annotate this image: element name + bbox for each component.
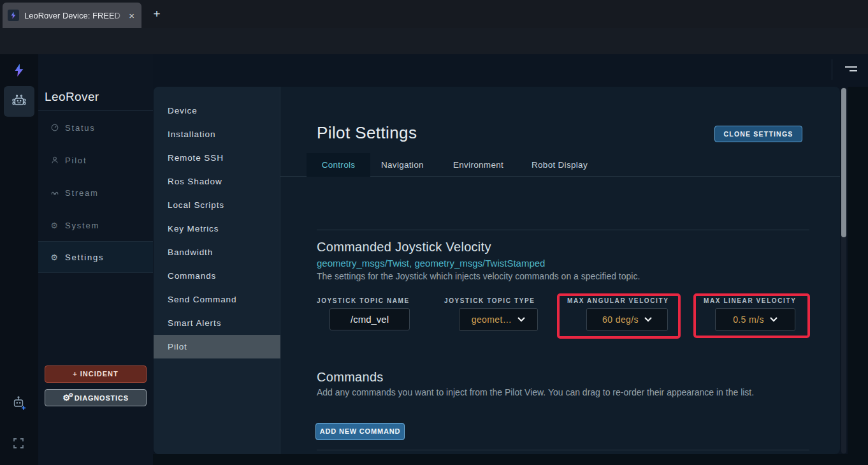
main-area: Pilot Settings CLONE SETTINGS Controls N… [280, 87, 840, 454]
chevron-down-icon [517, 317, 525, 322]
incident-button[interactable]: + INCIDENT [45, 365, 147, 383]
sidebar-item-label: Pilot [65, 156, 87, 165]
tab-robot-display[interactable]: Robot Display [532, 153, 588, 177]
joystick-topic-name-label: JOYSTICK TOPIC NAME [317, 297, 410, 304]
device-rover-button[interactable] [4, 86, 34, 117]
tab-favicon-bolt-icon [8, 10, 19, 21]
sidebar-item-stream[interactable]: Stream [38, 185, 153, 200]
chevron-down-icon [644, 317, 652, 322]
settings-nav-bandwidth[interactable]: Bandwidth [154, 240, 280, 264]
brand-bolt-icon[interactable] [12, 63, 26, 77]
sidebar-item-pilot[interactable]: Pilot [38, 152, 153, 168]
joystick-topic-name-input[interactable] [329, 308, 410, 330]
divider [38, 110, 153, 111]
sidebar-item-status[interactable]: Status [38, 120, 153, 135]
scrollbar-thumb[interactable] [841, 88, 846, 237]
person-icon [50, 156, 60, 165]
joystick-topic-type-label: JOYSTICK TOPIC TYPE [444, 297, 535, 304]
settings-nav-installation[interactable]: Installation [154, 122, 280, 146]
max-linear-velocity-select[interactable]: 0.5 m/s [715, 308, 795, 331]
gear-icon: ⚙ [50, 221, 60, 230]
sort-icon[interactable] [845, 66, 858, 73]
divider [317, 450, 809, 450]
content-panel: Device Installation Remote SSH Ros Shado… [154, 87, 840, 454]
commands-section-title: Commands [317, 370, 384, 385]
sidebar-item-settings[interactable]: ⚙ Settings [38, 241, 153, 273]
settings-nav-ros-shadow[interactable]: Ros Shadow [154, 170, 280, 193]
tab-close-icon[interactable]: × [127, 10, 136, 21]
sidebar-item-label: Stream [65, 188, 99, 198]
settings-nav-device[interactable]: Device [154, 99, 280, 122]
scrollbar-track[interactable] [841, 87, 846, 454]
settings-nav-key-metrics[interactable]: Key Metrics [154, 217, 280, 240]
sidebar-item-label: Status [65, 123, 96, 133]
tab-environment[interactable]: Environment [453, 153, 503, 177]
settings-nav: Device Installation Remote SSH Ros Shado… [154, 87, 280, 454]
divider [317, 230, 809, 230]
browser-tab[interactable]: LeoRover Device: FREED × [3, 3, 141, 28]
commands-description: Add any commands you want to inject from… [317, 387, 812, 399]
tab-navigation[interactable]: Navigation [381, 153, 424, 177]
add-new-command-button[interactable]: ADD NEW COMMAND [315, 423, 405, 440]
device-panel: LeoRover Status Pilot Stream ⚙ System ⚙ [38, 54, 153, 465]
settings-nav-send-command[interactable]: Send Command [154, 288, 280, 311]
fullscreen-icon[interactable] [12, 437, 25, 450]
joystick-section-title: Commanded Joystick Velocity [317, 240, 491, 255]
diagnostics-button[interactable]: ⚙⚙ DIAGNOSTICS [45, 389, 147, 406]
settings-nav-smart-alerts[interactable]: Smart Alerts [154, 311, 280, 335]
app-background [848, 87, 868, 465]
clone-settings-button[interactable]: CLONE SETTINGS [714, 126, 802, 142]
app-root: LeoRover Status Pilot Stream ⚙ System ⚙ [0, 54, 868, 465]
app-background-bottom [153, 454, 848, 465]
left-rail [0, 54, 38, 465]
new-tab-button[interactable]: + [148, 5, 166, 23]
gears-icon: ⚙⚙ [62, 394, 70, 402]
joystick-topics: geometry_msgs/Twist, geometry_msgs/Twist… [317, 258, 545, 269]
add-robot-icon[interactable] [10, 395, 27, 411]
browser-tab-bar: LeoRover Device: FREED × + [0, 0, 868, 28]
settings-nav-pilot[interactable]: Pilot [154, 335, 280, 358]
browser-navbar: ← → https://app.freedomrobotics.ai/?__hs… [0, 28, 868, 54]
gear-icon: ⚙ [50, 253, 60, 262]
tab-title: LeoRover Device: FREED [24, 11, 127, 20]
settings-nav-local-scripts[interactable]: Local Scripts [154, 193, 280, 217]
joystick-topic-type-select[interactable]: geomet… [459, 308, 538, 331]
stream-waves-icon [50, 188, 60, 197]
joystick-description: The settings for the Joystick which inje… [317, 270, 640, 283]
device-name: LeoRover [45, 90, 99, 104]
sidebar-item-label: Settings [65, 253, 104, 262]
max-angular-velocity-label: MAX ANGULAR VELOCITY [567, 297, 669, 304]
page-title: Pilot Settings [317, 123, 417, 143]
sidebar-item-label: System [65, 221, 99, 230]
tab-controls[interactable]: Controls [307, 153, 370, 177]
rover-icon [11, 93, 27, 110]
topbar-divider [832, 59, 832, 80]
max-linear-velocity-label: MAX LINEAR VELOCITY [704, 297, 796, 304]
gauge-icon [50, 123, 60, 132]
settings-nav-commands[interactable]: Commands [154, 264, 280, 288]
max-angular-velocity-select[interactable]: 60 deg/s [586, 308, 668, 331]
diagnostics-label: DIAGNOSTICS [75, 394, 129, 402]
tabs-row: Controls Navigation Environment Robot Di… [280, 153, 840, 177]
chevron-down-icon [770, 317, 778, 322]
settings-nav-remote-ssh[interactable]: Remote SSH [154, 146, 280, 170]
sidebar-item-system[interactable]: ⚙ System [38, 218, 153, 233]
